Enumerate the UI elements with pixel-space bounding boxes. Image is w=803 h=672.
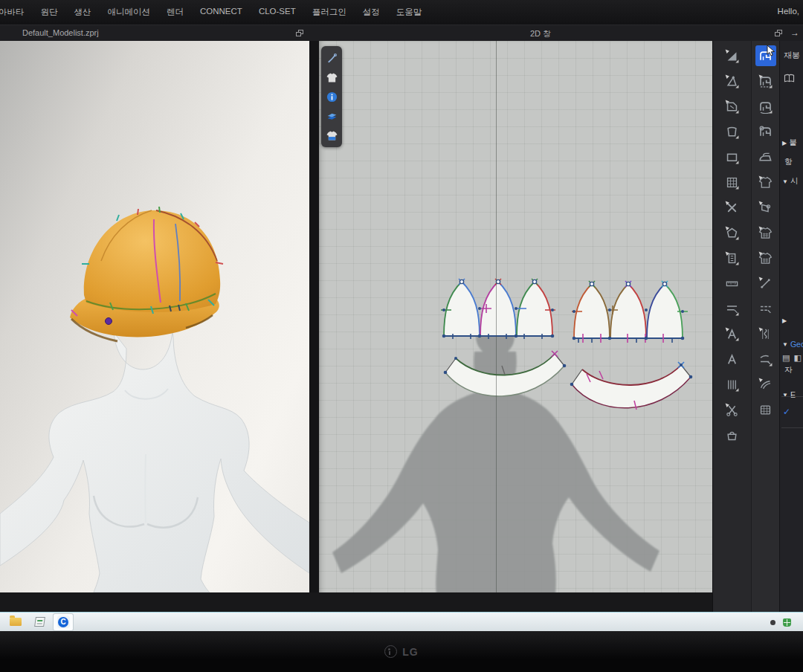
lg-logo-icon	[384, 645, 397, 658]
compare-length-icon[interactable]	[722, 298, 743, 319]
pattern-color-icon[interactable]	[755, 248, 776, 268]
transform-pattern-icon[interactable]	[722, 45, 743, 66]
grading-tool-icon[interactable]	[722, 424, 743, 445]
pattern-info-icon[interactable]	[323, 88, 341, 105]
edit-pattern-icon[interactable]	[722, 71, 743, 91]
show-garment-icon[interactable]	[323, 69, 341, 85]
basting-icon[interactable]	[755, 273, 776, 294]
list-view-icon: ▤	[782, 353, 790, 363]
pattern-group-right[interactable]	[570, 281, 693, 410]
zipper-tool-icon[interactable]	[755, 323, 776, 344]
panel-list-icons[interactable]: ▤◧	[782, 353, 802, 363]
seam-taping-icon[interactable]	[755, 349, 776, 369]
float-window-icon[interactable]	[775, 30, 783, 36]
panel-header: 재봉	[784, 50, 800, 61]
pattern-annotation-icon[interactable]	[722, 323, 743, 344]
lg-brand-text: LG	[402, 646, 418, 658]
menu-item[interactable]: CONNECT	[192, 7, 251, 18]
menu-item[interactable]: 생산	[66, 7, 100, 18]
fabric-book-icon[interactable]	[784, 74, 795, 83]
dart-tool-icon[interactable]	[722, 197, 743, 218]
solidify-icon[interactable]	[755, 172, 776, 193]
annotation-icon[interactable]	[722, 349, 743, 369]
pattern-canvas	[319, 41, 712, 595]
swatch-icon: ◧	[793, 353, 801, 363]
panel-tree-item[interactable]: ▼Geo	[782, 340, 803, 349]
tree-expand-icon[interactable]: ▶	[782, 317, 787, 324]
grid-centerline	[496, 41, 497, 595]
rectangle-pattern-icon[interactable]	[722, 172, 743, 193]
menu-item[interactable]: 플러그인	[304, 7, 355, 18]
texture-edit-icon[interactable]	[755, 222, 776, 243]
cut-sew-tool-icon[interactable]	[722, 399, 743, 420]
window-bottom-strip	[0, 592, 803, 612]
toolbar-2d-floating	[321, 46, 342, 147]
tab-bar: Default_Modelist.zprj 2D 창 →	[0, 25, 803, 41]
garment-fit-icon[interactable]	[323, 127, 341, 143]
sewing-panel: 재봉 ▶붙항▼시▶▼Geo자▼E ▤◧ ✓	[779, 41, 803, 612]
toolbar-sewing-tools	[751, 41, 779, 612]
edit-curvature-icon[interactable]	[722, 96, 743, 117]
viewport-3d[interactable]	[0, 41, 309, 592]
segment-sewing-icon[interactable]	[755, 71, 776, 91]
app-window: 아바타원단생산애니메이션렌더CONNECTCLO-SET플러그인설정도움말 He…	[0, 0, 803, 631]
viewport-divider[interactable]	[309, 41, 319, 612]
detect-sewing-icon[interactable]	[755, 121, 776, 142]
notebook-icon[interactable]	[30, 614, 49, 630]
status-dot-icon[interactable]	[770, 620, 775, 625]
free-sewing-icon[interactable]	[755, 96, 776, 117]
expand-arrow-icon[interactable]: →	[790, 28, 799, 38]
file-explorer-icon[interactable]	[6, 614, 25, 630]
menu-item[interactable]: 렌더	[158, 7, 192, 18]
tree-expand-icon[interactable]: ▼	[782, 178, 788, 185]
tree-expand-icon[interactable]: ▶	[782, 140, 787, 146]
pleats-tool-icon[interactable]	[722, 374, 743, 395]
menu-item[interactable]: 도움말	[388, 7, 430, 18]
menu-items: 아바타원단생산애니메이션렌더CONNECTCLO-SET플러그인설정도움말	[0, 7, 430, 18]
mouse-cursor	[767, 45, 776, 57]
system-tray	[770, 613, 791, 631]
avatar-3d-canvas	[0, 41, 309, 592]
float-window-icon[interactable]	[296, 30, 304, 36]
hat-3d[interactable]	[70, 207, 223, 341]
menu-item[interactable]: CLO-SET	[251, 7, 304, 18]
panel-tree-item[interactable]: ▶	[782, 317, 789, 324]
panel-tree-item[interactable]: 자	[782, 365, 793, 375]
needle-tool-icon[interactable]	[323, 50, 341, 66]
monitor-photo: 아바타원단생산애니메이션렌더CONNECTCLO-SET플러그인설정도움말 He…	[0, 0, 803, 672]
panel-2d-title: 2D 창	[516, 28, 565, 39]
panel-tree-item[interactable]: ▼시	[782, 176, 798, 187]
panel-tree-item[interactable]: 항	[782, 157, 793, 167]
viewport-2d[interactable]	[319, 41, 712, 595]
menu-bar: 아바타원단생산애니메이션렌더CONNECTCLO-SET플러그인설정도움말 He…	[0, 0, 803, 25]
monitor-bezel: LG	[0, 631, 803, 672]
toolbar-pattern-tools	[712, 41, 751, 612]
menu-item[interactable]: 원단	[33, 7, 66, 18]
document-tab[interactable]: Default_Modelist.zprj	[22, 28, 99, 37]
polygon-pattern-icon[interactable]	[722, 146, 743, 167]
avatar-body[interactable]	[0, 331, 309, 592]
steam-iron-icon[interactable]	[755, 146, 776, 167]
pin-point[interactable]	[106, 318, 112, 325]
tack-remove-icon[interactable]	[755, 298, 776, 319]
show-fabric-icon[interactable]	[323, 108, 341, 124]
quilting-icon[interactable]	[755, 399, 776, 420]
menu-item[interactable]: 설정	[355, 7, 388, 18]
menu-item[interactable]: 애니메이션	[100, 7, 159, 18]
os-taskbar: C	[0, 612, 803, 631]
internal-polygon-icon[interactable]	[722, 222, 743, 243]
fabric-roll-icon[interactable]	[755, 197, 776, 218]
security-shield-icon[interactable]	[783, 618, 791, 627]
panel-tree-item[interactable]: ▶붙	[782, 138, 797, 148]
panel-tree-item[interactable]: ▼E	[782, 390, 796, 399]
tree-expand-icon[interactable]: ▼	[782, 341, 788, 348]
trace-tool-icon[interactable]	[722, 248, 743, 268]
seam-allowance-icon[interactable]	[722, 273, 743, 294]
puckering-icon[interactable]	[755, 374, 776, 395]
add-point-icon[interactable]	[722, 121, 743, 142]
enabled-checkmark-icon[interactable]: ✓	[783, 407, 790, 417]
account-greeting[interactable]: Hello,	[778, 7, 799, 16]
tree-expand-icon[interactable]: ▼	[782, 392, 788, 398]
menu-item[interactable]: 아바타	[0, 7, 33, 18]
clo3d-app-icon[interactable]: C	[54, 614, 73, 630]
